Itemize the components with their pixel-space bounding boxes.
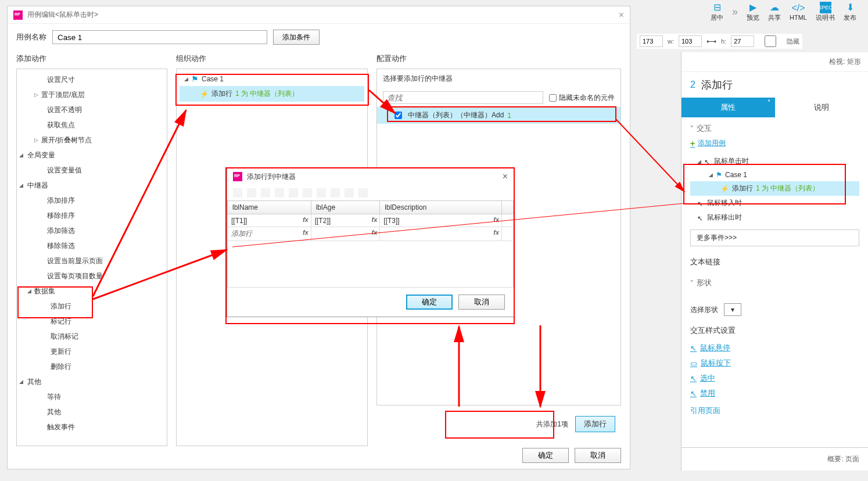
action-set-current-page[interactable]: 设置当前显示页面 — [17, 253, 167, 268]
case-action-row[interactable]: ⚡ 添加行 1 为 中继器（列表） — [180, 86, 364, 102]
action-wait[interactable]: 等待 — [17, 389, 167, 404]
action-item[interactable]: ⚡ 添加行 1 为 中继器（列表） — [690, 181, 859, 196]
mousedown-link[interactable]: ▭鼠标按下 — [690, 356, 859, 371]
inspector-panel: 检视: 矩形 2 添加行 属性 说明 交互 添加用例 ◢ 鼠标单击时 ◢ ⚑ C… — [681, 52, 868, 471]
hidden-checkbox[interactable] — [759, 35, 782, 47]
action-remove-filter[interactable]: 移除筛选 — [17, 238, 167, 253]
sub-close-icon[interactable]: × — [503, 171, 508, 182]
action-unmark-row[interactable]: 取消标记 — [17, 329, 167, 344]
publish-btn[interactable]: ⬇ 发布 — [844, 2, 856, 22]
select-shape-label: 选择形状 — [690, 305, 718, 315]
sub-ok-button[interactable]: 确定 — [406, 295, 453, 310]
table-row[interactable]: 添加行fx fx fx — [228, 227, 514, 241]
h-label: h: — [721, 38, 726, 45]
action-mark-row[interactable]: 标记行 — [17, 314, 167, 329]
section-global-var[interactable]: 全局变量 — [17, 148, 167, 163]
case-name-input[interactable] — [52, 30, 267, 44]
sub-tb-6[interactable] — [303, 188, 312, 198]
action-add-row[interactable]: 添加行 — [17, 299, 167, 314]
dialog-cancel-button[interactable]: 取消 — [575, 448, 621, 463]
col-lblage[interactable]: lblAge — [311, 201, 380, 214]
close-icon[interactable]: × — [619, 10, 624, 20]
sub-tb-2[interactable] — [247, 188, 256, 198]
action-add-sort[interactable]: 添加排序 — [17, 193, 167, 208]
add-row-dialog: 添加行到中继器 × lblName lblAge lblDescription … — [227, 167, 514, 317]
action-delete-row[interactable]: 删除行 — [17, 359, 167, 374]
col-empty — [502, 201, 514, 214]
action-set-opacity[interactable]: 设置不透明 — [17, 102, 167, 117]
action-set-var[interactable]: 设置变量值 — [17, 163, 167, 178]
manual-btn[interactable]: SPEC 说明书 — [816, 2, 835, 22]
config-action-title: 配置动作 — [376, 53, 621, 64]
section-shape[interactable]: 形状 — [690, 278, 859, 288]
event-mouse-click[interactable]: ◢ 鼠标单击时 — [690, 154, 859, 168]
sub-tb-7[interactable] — [317, 188, 326, 198]
repeater-count: 1 — [507, 112, 511, 120]
action-remove-sort[interactable]: 移除排序 — [17, 208, 167, 223]
case-item[interactable]: ◢ ⚑ Case 1 — [690, 168, 859, 181]
widget-title[interactable]: 添加行 — [701, 78, 733, 92]
action-set-items-per-page[interactable]: 设置每页项目数量 — [17, 268, 167, 283]
lightning-icon: ⚡ — [720, 185, 729, 193]
more-icon[interactable]: » — [732, 6, 738, 18]
add-row-button[interactable]: 添加行 — [575, 416, 615, 432]
center-btn[interactable]: ⊟ 居中 — [711, 2, 723, 22]
repeater-checkbox[interactable] — [394, 112, 402, 119]
event-mouse-in[interactable]: 鼠标移入时 — [690, 196, 859, 210]
spec-icon: SPEC — [820, 2, 831, 13]
repeater-item[interactable]: 中继器（列表）（中继器）Add 1 — [377, 107, 620, 124]
sub-table: lblName lblAge lblDescription [[T1]]fx [… — [227, 200, 514, 241]
section-interaction[interactable]: 交互 — [690, 123, 859, 134]
dialog-ok-button[interactable]: 确定 — [522, 448, 569, 463]
event-mouse-out[interactable]: 鼠标移出时 — [690, 210, 859, 225]
action-get-focus[interactable]: 获取焦点 — [17, 117, 167, 132]
section-other[interactable]: 其他 — [17, 374, 167, 389]
action-set-size[interactable]: 设置尺寸 — [17, 72, 167, 87]
share-btn[interactable]: ☁ 共享 — [768, 2, 781, 22]
section-dataset[interactable]: ◢数据集 — [17, 283, 167, 299]
action-update-row[interactable]: 更新行 — [17, 344, 167, 359]
action-set-layer[interactable]: 置于顶层/底层 — [17, 87, 167, 102]
tab-properties[interactable]: 属性 — [682, 98, 775, 117]
action-add-filter[interactable]: 添加筛选 — [17, 223, 167, 238]
sub-tb-1[interactable] — [233, 188, 242, 198]
h-input[interactable] — [731, 35, 754, 47]
w-label: w: — [668, 38, 674, 45]
preview-btn[interactable]: ▶ 预览 — [747, 2, 759, 22]
action-expand-collapse[interactable]: 展开/折叠树节点 — [17, 132, 167, 148]
selected-link[interactable]: ↖选中 — [690, 371, 859, 386]
more-events-button[interactable]: 更多事件>>> — [690, 229, 859, 246]
sub-tb-3[interactable] — [261, 188, 270, 198]
hidden-label: 隐藏 — [787, 37, 799, 46]
sub-tb-10[interactable] — [358, 188, 368, 198]
sub-tb-9[interactable] — [345, 188, 354, 198]
action-raise-event[interactable]: 触发事件 — [17, 419, 167, 435]
search-input[interactable] — [383, 91, 543, 104]
inspect-label: 检视: 矩形 — [682, 52, 868, 72]
col-lblname[interactable]: lblName — [228, 201, 311, 214]
hide-unnamed-checkbox[interactable] — [549, 94, 557, 102]
section-repeater[interactable]: 中继器 — [17, 178, 167, 193]
table-row[interactable]: [[T1]]fx [[T2]]fx [[T3]]fx — [228, 214, 514, 227]
name-label: 用例名称 — [16, 32, 46, 42]
disabled-link[interactable]: ↖禁用 — [690, 386, 859, 401]
sub-tb-5[interactable] — [289, 188, 298, 198]
case-header[interactable]: ◢ ⚑ Case 1 — [180, 72, 364, 86]
add-condition-button[interactable]: 添加条件 — [273, 30, 320, 45]
shape-selector[interactable]: ▾ — [724, 303, 741, 316]
sub-tb-4[interactable] — [275, 188, 284, 198]
add-case-link[interactable]: 添加用例 — [690, 138, 859, 148]
lightning-icon: ⚡ — [200, 90, 209, 98]
action-other[interactable]: 其他 — [17, 404, 167, 419]
play-icon: ▶ — [747, 2, 759, 13]
html-btn[interactable]: </> HTML — [790, 2, 807, 21]
col-lbldescription[interactable]: lblDescription — [380, 201, 502, 214]
val-173-input[interactable] — [640, 35, 663, 47]
hover-link[interactable]: ↖鼠标悬停 — [690, 340, 859, 356]
sub-cancel-button[interactable]: 取消 — [458, 295, 505, 310]
w-input[interactable] — [679, 35, 702, 47]
tab-description[interactable]: 说明 — [775, 98, 869, 117]
case-action-text2: 1 为 中继器（列表） — [235, 89, 299, 99]
sub-tb-8[interactable] — [331, 188, 340, 198]
link-icon[interactable]: ⟷ — [706, 37, 716, 45]
